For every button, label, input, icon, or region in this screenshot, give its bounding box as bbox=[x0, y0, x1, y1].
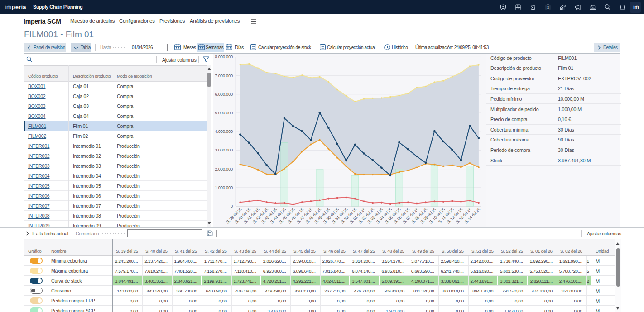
svg-text:5.000.000: 5.000.000 bbox=[215, 111, 233, 115]
svg-text:2.000.000: 2.000.000 bbox=[215, 167, 233, 171]
svg-text:4.000.000: 4.000.000 bbox=[215, 129, 233, 134]
svg-text:1.000.000: 1.000.000 bbox=[215, 185, 233, 190]
svg-text:7.000.000: 7.000.000 bbox=[215, 73, 233, 78]
svg-text:0: 0 bbox=[231, 204, 233, 209]
svg-text:$: $ bbox=[547, 5, 549, 10]
svg-text:8.000.000: 8.000.000 bbox=[215, 54, 233, 59]
svg-text:6.000.000: 6.000.000 bbox=[215, 92, 233, 97]
svg-text:3.000.000: 3.000.000 bbox=[215, 148, 233, 152]
